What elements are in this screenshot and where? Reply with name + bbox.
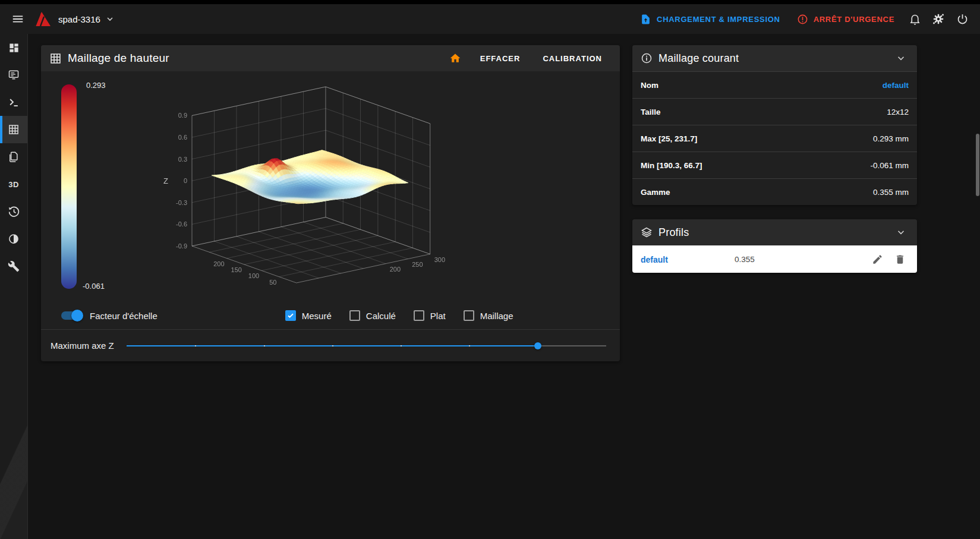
chevron-down-icon [105, 14, 115, 24]
profile-row[interactable]: default 0.355 [632, 245, 917, 273]
heightmap-controls: Facteur d'échelle MesuréCalculéPlatMaill… [41, 302, 620, 329]
scrollbar[interactable] [976, 134, 979, 196]
gear-icon [932, 12, 945, 26]
scale-factor-toggle[interactable]: Facteur d'échelle [61, 311, 157, 321]
slider-thumb[interactable] [534, 342, 541, 349]
profile-name[interactable]: default [641, 255, 668, 264]
emergency-stop-label: ARRÊT D'URGENCE [814, 15, 894, 24]
home-button[interactable] [443, 49, 467, 68]
dashboard-icon [8, 42, 20, 53]
mesh-info-card: Maillage courant NomdefaultTaille12x12Ma… [632, 45, 917, 205]
heightmap-plot-area: 0.293 -0.061 [41, 71, 620, 302]
profile-range: 0.355 [735, 255, 755, 264]
delete-profile-button[interactable] [888, 248, 911, 271]
mesh-info-row: Min [190.3, 66.7]-0.061 mm [632, 152, 917, 178]
z-max-slider-label: Maximum axe Z [51, 341, 127, 351]
edit-profile-button[interactable] [866, 248, 888, 271]
profiles-header: Profils [632, 219, 917, 245]
checkbox-label: Plat [430, 311, 446, 321]
clear-mesh-button[interactable]: EFFACER [471, 49, 530, 68]
interface-settings-button[interactable] [927, 7, 950, 31]
chevron-down-icon [896, 227, 906, 238]
toggle-track[interactable] [61, 311, 81, 320]
z-max-slider[interactable] [127, 340, 606, 352]
emergency-stop-button[interactable]: ARRÊT D'URGENCE [789, 9, 903, 30]
mesh-info-row: Taille12x12 [632, 98, 917, 125]
sidebar-item-printer[interactable] [0, 61, 27, 89]
z-max-slider-row: Maximum axe Z [41, 329, 620, 361]
mesh-info-row: Gamme0.355 mm [632, 178, 917, 205]
mesh-info-row-value: 0.355 mm [873, 188, 909, 197]
home-icon [449, 52, 461, 64]
files-icon [8, 151, 20, 163]
heightmap-actions: EFFACER CALIBRATION [443, 49, 612, 68]
history-icon [8, 206, 20, 218]
profiles-card: Profils default 0.355 [632, 219, 917, 273]
upload-file-icon [640, 14, 651, 25]
layers-icon [641, 226, 653, 238]
mesh-info-title: Maillage courant [658, 52, 739, 65]
sidebar-item-heightmap[interactable] [0, 116, 27, 143]
half-circle-icon [8, 233, 20, 245]
mesh-info-row-value: 12x12 [887, 108, 909, 116]
colorbar-max-label: 0.293 [86, 81, 106, 90]
toggle-knob[interactable] [71, 310, 83, 321]
mesh-info-row-value: -0.061 mm [870, 161, 909, 170]
printer-name: spad-3316 [58, 14, 100, 24]
sidebar-item-console[interactable] [0, 89, 27, 116]
profiles-title: Profils [658, 226, 689, 239]
mesh-info-row-label: Max [25, 231.7] [641, 134, 697, 143]
checkbox-label: Maillage [480, 311, 513, 321]
collapse-mesh-info-button[interactable] [893, 51, 909, 66]
display-mode-checkboxes: MesuréCalculéPlatMaillage [285, 310, 513, 321]
sidebar-item-history[interactable] [0, 198, 27, 225]
viewer-3d-icon: 3D [8, 180, 19, 189]
heightmap-panel-header: Maillage de hauteur EFFACER CALIBRATION [41, 45, 620, 71]
sidebar: 3D [0, 34, 28, 539]
mesh-info-row-label: Gamme [641, 188, 670, 197]
calibrate-button[interactable]: CALIBRATION [533, 49, 612, 68]
mesh-info-row-label: Taille [641, 108, 661, 116]
sidebar-item-dashboard[interactable] [0, 34, 27, 61]
checkbox-mesure[interactable]: Mesuré [285, 310, 332, 321]
terminal-icon [8, 97, 20, 108]
checkbox-unchecked-icon[interactable] [349, 310, 360, 321]
mesh-info-row-value: 0.293 mm [873, 134, 909, 143]
checkbox-calcule[interactable]: Calculé [349, 310, 396, 321]
checkbox-plat[interactable]: Plat [414, 310, 446, 321]
heightmap-panel: Maillage de hauteur EFFACER CALIBRATION … [41, 45, 620, 361]
upload-print-label: CHARGEMENT & IMPRESSION [657, 15, 780, 24]
grid-icon [49, 52, 62, 65]
checkbox-maillage[interactable]: Maillage [464, 310, 513, 321]
checkbox-label: Calculé [366, 311, 396, 321]
power-button[interactable] [950, 7, 974, 31]
notifications-button[interactable] [903, 7, 927, 31]
scale-factor-label: Facteur d'échelle [90, 311, 157, 321]
heightmap-3d-plot[interactable] [130, 76, 540, 297]
upload-print-button[interactable]: CHARGEMENT & IMPRESSION [632, 9, 789, 30]
sidebar-item-gcode-files[interactable] [0, 143, 27, 171]
sidebar-item-gcode-viewer-3d[interactable]: 3D [0, 171, 27, 198]
mesh-info-header: Maillage courant [632, 45, 917, 71]
printer-selector[interactable]: spad-3316 [58, 14, 115, 24]
checkbox-checked-icon[interactable] [285, 310, 296, 321]
grid-icon [8, 124, 20, 135]
wrench-icon [8, 260, 20, 272]
trash-icon [894, 254, 906, 265]
mesh-info-rows: NomdefaultTaille12x12Max [25, 231.7]0.29… [632, 71, 917, 205]
colorbar [61, 84, 77, 289]
checkbox-unchecked-icon[interactable] [464, 310, 474, 321]
sidebar-item-timelapse[interactable] [0, 225, 27, 253]
hamburger-icon [11, 12, 24, 26]
mesh-info-row-value: default [883, 81, 909, 90]
mesh-info-row-label: Nom [641, 81, 658, 90]
collapse-profiles-button[interactable] [893, 225, 909, 240]
menu-button[interactable] [6, 7, 30, 31]
sidebar-item-machine[interactable] [0, 253, 27, 280]
pencil-icon [872, 254, 883, 265]
mesh-info-row: Nomdefault [632, 71, 917, 98]
alert-icon [797, 14, 808, 25]
mesh-info-row-label: Min [190.3, 66.7] [641, 161, 702, 170]
checkbox-unchecked-icon[interactable] [414, 310, 424, 321]
power-icon [956, 13, 969, 26]
